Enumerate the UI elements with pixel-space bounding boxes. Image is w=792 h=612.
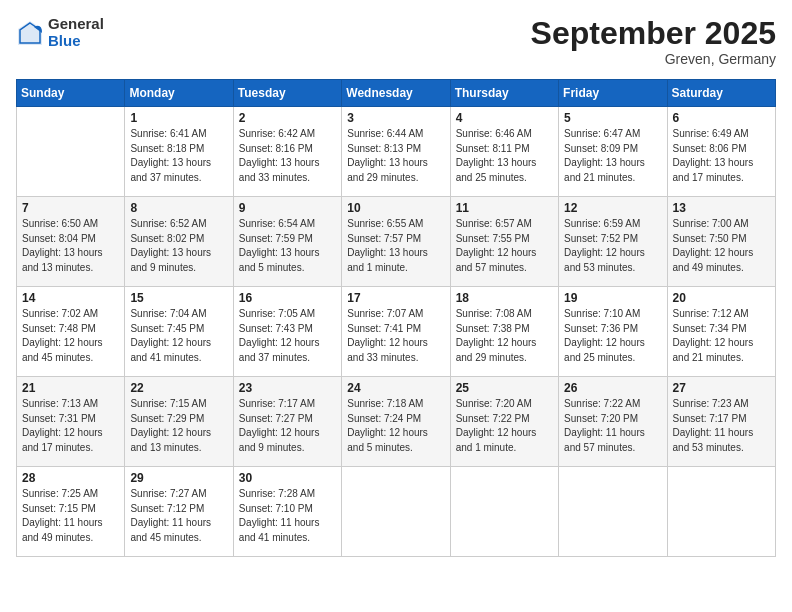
page-header: General Blue September 2025 Greven, Germ…	[16, 16, 776, 67]
day-number: 13	[673, 201, 770, 215]
day-info: Sunrise: 6:49 AMSunset: 8:06 PMDaylight:…	[673, 127, 770, 185]
day-number: 21	[22, 381, 119, 395]
day-number: 18	[456, 291, 553, 305]
day-info: Sunrise: 7:07 AMSunset: 7:41 PMDaylight:…	[347, 307, 444, 365]
calendar-week-2: 7Sunrise: 6:50 AMSunset: 8:04 PMDaylight…	[17, 197, 776, 287]
calendar-cell	[559, 467, 667, 557]
day-number: 24	[347, 381, 444, 395]
day-info: Sunrise: 6:41 AMSunset: 8:18 PMDaylight:…	[130, 127, 227, 185]
calendar-cell: 16Sunrise: 7:05 AMSunset: 7:43 PMDayligh…	[233, 287, 341, 377]
calendar-header: SundayMondayTuesdayWednesdayThursdayFrid…	[17, 80, 776, 107]
calendar-cell: 13Sunrise: 7:00 AMSunset: 7:50 PMDayligh…	[667, 197, 775, 287]
day-number: 11	[456, 201, 553, 215]
day-number: 22	[130, 381, 227, 395]
day-number: 20	[673, 291, 770, 305]
day-number: 17	[347, 291, 444, 305]
day-info: Sunrise: 7:25 AMSunset: 7:15 PMDaylight:…	[22, 487, 119, 545]
day-info: Sunrise: 7:13 AMSunset: 7:31 PMDaylight:…	[22, 397, 119, 455]
day-number: 28	[22, 471, 119, 485]
day-info: Sunrise: 7:17 AMSunset: 7:27 PMDaylight:…	[239, 397, 336, 455]
day-info: Sunrise: 6:54 AMSunset: 7:59 PMDaylight:…	[239, 217, 336, 275]
calendar-cell	[17, 107, 125, 197]
calendar-cell	[450, 467, 558, 557]
calendar-cell: 2Sunrise: 6:42 AMSunset: 8:16 PMDaylight…	[233, 107, 341, 197]
day-info: Sunrise: 7:27 AMSunset: 7:12 PMDaylight:…	[130, 487, 227, 545]
header-cell-tuesday: Tuesday	[233, 80, 341, 107]
day-info: Sunrise: 7:15 AMSunset: 7:29 PMDaylight:…	[130, 397, 227, 455]
day-number: 1	[130, 111, 227, 125]
calendar-cell: 4Sunrise: 6:46 AMSunset: 8:11 PMDaylight…	[450, 107, 558, 197]
calendar-cell: 29Sunrise: 7:27 AMSunset: 7:12 PMDayligh…	[125, 467, 233, 557]
day-info: Sunrise: 7:02 AMSunset: 7:48 PMDaylight:…	[22, 307, 119, 365]
day-info: Sunrise: 7:22 AMSunset: 7:20 PMDaylight:…	[564, 397, 661, 455]
calendar-cell: 7Sunrise: 6:50 AMSunset: 8:04 PMDaylight…	[17, 197, 125, 287]
day-info: Sunrise: 6:46 AMSunset: 8:11 PMDaylight:…	[456, 127, 553, 185]
day-info: Sunrise: 6:55 AMSunset: 7:57 PMDaylight:…	[347, 217, 444, 275]
header-cell-wednesday: Wednesday	[342, 80, 450, 107]
calendar-cell: 21Sunrise: 7:13 AMSunset: 7:31 PMDayligh…	[17, 377, 125, 467]
calendar-week-3: 14Sunrise: 7:02 AMSunset: 7:48 PMDayligh…	[17, 287, 776, 377]
day-info: Sunrise: 6:57 AMSunset: 7:55 PMDaylight:…	[456, 217, 553, 275]
calendar-cell: 23Sunrise: 7:17 AMSunset: 7:27 PMDayligh…	[233, 377, 341, 467]
calendar-cell: 14Sunrise: 7:02 AMSunset: 7:48 PMDayligh…	[17, 287, 125, 377]
calendar-table: SundayMondayTuesdayWednesdayThursdayFrid…	[16, 79, 776, 557]
day-info: Sunrise: 6:59 AMSunset: 7:52 PMDaylight:…	[564, 217, 661, 275]
day-number: 27	[673, 381, 770, 395]
day-number: 25	[456, 381, 553, 395]
calendar-cell: 11Sunrise: 6:57 AMSunset: 7:55 PMDayligh…	[450, 197, 558, 287]
day-number: 26	[564, 381, 661, 395]
day-info: Sunrise: 6:47 AMSunset: 8:09 PMDaylight:…	[564, 127, 661, 185]
header-cell-thursday: Thursday	[450, 80, 558, 107]
day-info: Sunrise: 6:50 AMSunset: 8:04 PMDaylight:…	[22, 217, 119, 275]
day-number: 7	[22, 201, 119, 215]
calendar-cell: 3Sunrise: 6:44 AMSunset: 8:13 PMDaylight…	[342, 107, 450, 197]
day-number: 5	[564, 111, 661, 125]
day-info: Sunrise: 7:23 AMSunset: 7:17 PMDaylight:…	[673, 397, 770, 455]
calendar-cell: 19Sunrise: 7:10 AMSunset: 7:36 PMDayligh…	[559, 287, 667, 377]
day-info: Sunrise: 7:12 AMSunset: 7:34 PMDaylight:…	[673, 307, 770, 365]
calendar-cell: 30Sunrise: 7:28 AMSunset: 7:10 PMDayligh…	[233, 467, 341, 557]
day-info: Sunrise: 7:28 AMSunset: 7:10 PMDaylight:…	[239, 487, 336, 545]
logo-icon	[16, 19, 44, 47]
day-number: 9	[239, 201, 336, 215]
day-number: 19	[564, 291, 661, 305]
calendar-cell: 20Sunrise: 7:12 AMSunset: 7:34 PMDayligh…	[667, 287, 775, 377]
calendar-cell	[667, 467, 775, 557]
day-info: Sunrise: 7:00 AMSunset: 7:50 PMDaylight:…	[673, 217, 770, 275]
day-number: 23	[239, 381, 336, 395]
day-number: 29	[130, 471, 227, 485]
calendar-week-4: 21Sunrise: 7:13 AMSunset: 7:31 PMDayligh…	[17, 377, 776, 467]
logo-general: General	[48, 16, 104, 33]
day-info: Sunrise: 7:05 AMSunset: 7:43 PMDaylight:…	[239, 307, 336, 365]
header-cell-monday: Monday	[125, 80, 233, 107]
header-cell-friday: Friday	[559, 80, 667, 107]
logo-blue: Blue	[48, 33, 104, 50]
day-number: 12	[564, 201, 661, 215]
calendar-cell: 26Sunrise: 7:22 AMSunset: 7:20 PMDayligh…	[559, 377, 667, 467]
day-info: Sunrise: 7:10 AMSunset: 7:36 PMDaylight:…	[564, 307, 661, 365]
calendar-cell: 28Sunrise: 7:25 AMSunset: 7:15 PMDayligh…	[17, 467, 125, 557]
day-info: Sunrise: 6:52 AMSunset: 8:02 PMDaylight:…	[130, 217, 227, 275]
day-info: Sunrise: 6:44 AMSunset: 8:13 PMDaylight:…	[347, 127, 444, 185]
calendar-cell: 8Sunrise: 6:52 AMSunset: 8:02 PMDaylight…	[125, 197, 233, 287]
calendar-cell: 17Sunrise: 7:07 AMSunset: 7:41 PMDayligh…	[342, 287, 450, 377]
calendar-cell: 6Sunrise: 6:49 AMSunset: 8:06 PMDaylight…	[667, 107, 775, 197]
calendar-cell: 25Sunrise: 7:20 AMSunset: 7:22 PMDayligh…	[450, 377, 558, 467]
day-info: Sunrise: 7:08 AMSunset: 7:38 PMDaylight:…	[456, 307, 553, 365]
day-number: 2	[239, 111, 336, 125]
calendar-cell: 27Sunrise: 7:23 AMSunset: 7:17 PMDayligh…	[667, 377, 775, 467]
title-block: September 2025 Greven, Germany	[531, 16, 776, 67]
day-number: 3	[347, 111, 444, 125]
day-number: 8	[130, 201, 227, 215]
day-number: 30	[239, 471, 336, 485]
day-info: Sunrise: 7:18 AMSunset: 7:24 PMDaylight:…	[347, 397, 444, 455]
calendar-cell	[342, 467, 450, 557]
day-number: 10	[347, 201, 444, 215]
day-number: 16	[239, 291, 336, 305]
calendar-cell: 12Sunrise: 6:59 AMSunset: 7:52 PMDayligh…	[559, 197, 667, 287]
day-info: Sunrise: 7:04 AMSunset: 7:45 PMDaylight:…	[130, 307, 227, 365]
location-subtitle: Greven, Germany	[531, 51, 776, 67]
day-info: Sunrise: 7:20 AMSunset: 7:22 PMDaylight:…	[456, 397, 553, 455]
logo: General Blue	[16, 16, 104, 49]
header-cell-sunday: Sunday	[17, 80, 125, 107]
